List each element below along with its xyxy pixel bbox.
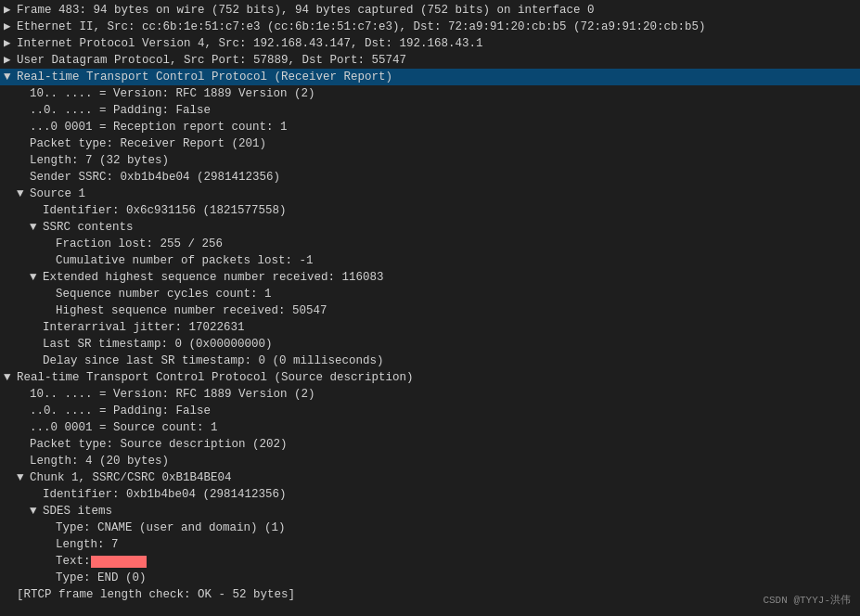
packet-line-rtcp2-version: 10.. .... = Version: RFC 1889 Version (2… [0,386,860,403]
toggle-icon-source1[interactable]: ▼ [17,186,30,202]
line-text-frame: Frame 483: 94 bytes on wire (752 bits), … [17,2,595,19]
packet-line-rtcp1-length: Length: 7 (32 bytes) [0,152,860,169]
line-text-sdes-end: Type: END (0) [56,570,147,586]
line-text-rtcp1-version: 10.. .... = Version: RFC 1889 Version (2… [30,85,315,102]
packet-line-sdes-items[interactable]: ▼ SDES items [0,503,860,520]
packet-line-rtcp1-packet-type: Packet type: Receiver Report (201) [0,135,860,152]
line-text-last-sr: Last SR timestamp: 0 (0x00000000) [43,336,273,353]
packet-line-rtcp1-reception: ...0 0001 = Reception report count: 1 [0,119,860,135]
line-text-rtcp1-reception: ...0 0001 = Reception report count: 1 [30,119,288,135]
packet-line-rtcp2-packet-type: Packet type: Source description (202) [0,436,860,453]
watermark: CSDN @TYYJ-洪伟 [763,593,851,607]
packet-line-rtcp1-ssrc: Sender SSRC: 0xb1b4be04 (2981412356) [0,169,860,186]
line-text-source1-identifier: Identifier: 0x6c931156 (1821577558) [43,202,287,219]
packet-line-rtcp2-header[interactable]: ▼ Real-time Transport Control Protocol (… [0,369,860,386]
packet-line-ip[interactable]: ▶ Internet Protocol Version 4, Src: 192.… [0,35,860,52]
line-text-rtcp2-padding: ..0. .... = Padding: False [30,403,211,419]
toggle-icon-ssrc-contents[interactable]: ▼ [30,219,43,236]
packet-line-frame[interactable]: ▶ Frame 483: 94 bytes on wire (752 bits)… [0,2,860,19]
packet-line-udp[interactable]: ▶ User Datagram Protocol, Src Port: 5788… [0,52,860,69]
toggle-icon-chunk1[interactable]: ▼ [17,469,30,486]
line-text-ssrc-contents: SSRC contents [43,219,134,236]
line-text-rtcp2-header: Real-time Transport Control Protocol (So… [17,369,414,386]
line-text-rtcp2-length: Length: 4 (20 bytes) [30,453,169,469]
packet-line-rtcp1-version: 10.. .... = Version: RFC 1889 Version (2… [0,85,860,102]
packet-line-delay-sr: Delay since last SR timestamp: 0 (0 mill… [0,353,860,369]
line-text-ethernet: Ethernet II, Src: cc:6b:1e:51:c7:e3 (cc:… [17,19,706,35]
packet-line-source1-identifier: Identifier: 0x6c931156 (1821577558) [0,202,860,219]
line-text-rtcp1-header: Real-time Transport Control Protocol (Re… [17,69,392,85]
packet-line-chunk1-identifier: Identifier: 0xb1b4be04 (2981412356) [0,486,860,503]
toggle-icon-udp[interactable]: ▶ [4,52,17,69]
line-text-udp: User Datagram Protocol, Src Port: 57889,… [17,52,406,69]
packet-line-fraction-lost: Fraction lost: 255 / 256 [0,236,860,252]
line-text-rtcp1-padding: ..0. .... = Padding: False [30,102,211,119]
toggle-icon-ethernet[interactable]: ▶ [4,19,17,35]
packet-line-ethernet[interactable]: ▶ Ethernet II, Src: cc:6b:1e:51:c7:e3 (c… [0,19,860,35]
packet-line-seq-cycles: Sequence number cycles count: 1 [0,286,860,302]
packet-line-rtcp-check: [RTCP frame length check: OK - 52 bytes] [0,586,860,603]
line-text-rtcp2-source-count: ...0 0001 = Source count: 1 [30,419,218,436]
packet-line-rtcp1-padding: ..0. .... = Padding: False [0,102,860,119]
packet-line-source1[interactable]: ▼ Source 1 [0,186,860,202]
line-text-rtcp2-version: 10.. .... = Version: RFC 1889 Version (2… [30,386,315,403]
line-text-sdes-text: Text: [56,553,91,570]
line-text-rtcp2-packet-type: Packet type: Source description (202) [30,436,288,453]
packet-line-chunk1[interactable]: ▼ Chunk 1, SSRC/CSRC 0xB1B4BE04 [0,469,860,486]
packet-line-ssrc-contents[interactable]: ▼ SSRC contents [0,219,860,236]
line-text-cumulative-lost: Cumulative number of packets lost: -1 [56,252,314,269]
packet-line-sdes-end: Type: END (0) [0,570,860,586]
packet-line-rtcp2-padding: ..0. .... = Padding: False [0,403,860,419]
line-text-fraction-lost: Fraction lost: 255 / 256 [56,236,223,252]
line-text-rtcp-check: [RTCP frame length check: OK - 52 bytes] [17,586,295,603]
toggle-icon-extended-highest[interactable]: ▼ [30,269,43,286]
packet-tree[interactable]: ▶ Frame 483: 94 bytes on wire (752 bits)… [0,0,860,616]
packet-line-rtcp1-header[interactable]: ▼ Real-time Transport Control Protocol (… [0,69,860,85]
line-text-seq-cycles: Sequence number cycles count: 1 [56,286,272,302]
packet-line-highest-seq: Highest sequence number received: 50547 [0,302,860,319]
packet-line-sdes-type: Type: CNAME (user and domain) (1) [0,520,860,536]
line-text-sdes-length: Length: 7 [56,536,119,553]
line-text-chunk1: Chunk 1, SSRC/CSRC 0xB1B4BE04 [30,469,232,486]
packet-line-rtcp2-source-count: ...0 0001 = Source count: 1 [0,419,860,436]
packet-line-interarrival: Interarrival jitter: 17022631 [0,319,860,336]
line-text-rtcp1-length: Length: 7 (32 bytes) [30,152,169,169]
line-text-rtcp1-packet-type: Packet type: Receiver Report (201) [30,135,266,152]
toggle-icon-frame[interactable]: ▶ [4,2,17,19]
line-text-rtcp1-ssrc: Sender SSRC: 0xb1b4be04 (2981412356) [30,169,280,186]
toggle-icon-rtcp2-header[interactable]: ▼ [4,369,17,386]
redacted-text-sdes-text [91,556,147,568]
toggle-icon-sdes-items[interactable]: ▼ [30,503,43,520]
packet-line-cumulative-lost: Cumulative number of packets lost: -1 [0,252,860,269]
toggle-icon-ip[interactable]: ▶ [4,35,17,52]
line-text-sdes-items: SDES items [43,503,112,520]
packet-line-rtcp2-length: Length: 4 (20 bytes) [0,453,860,469]
line-text-source1: Source 1 [30,186,85,202]
line-text-highest-seq: Highest sequence number received: 50547 [56,302,327,319]
packet-line-extended-highest[interactable]: ▼ Extended highest sequence number recei… [0,269,860,286]
packet-line-sdes-length: Length: 7 [0,536,860,553]
packet-line-last-sr: Last SR timestamp: 0 (0x00000000) [0,336,860,353]
line-text-extended-highest: Extended highest sequence number receive… [43,269,384,286]
packet-line-sdes-text: Text: [0,553,860,570]
line-text-ip: Internet Protocol Version 4, Src: 192.16… [17,35,483,52]
line-text-chunk1-identifier: Identifier: 0xb1b4be04 (2981412356) [43,486,287,503]
line-text-sdes-type: Type: CNAME (user and domain) (1) [56,520,286,536]
toggle-icon-rtcp1-header[interactable]: ▼ [4,69,17,85]
line-text-delay-sr: Delay since last SR timestamp: 0 (0 mill… [43,353,384,369]
line-text-interarrival: Interarrival jitter: 17022631 [43,319,245,336]
